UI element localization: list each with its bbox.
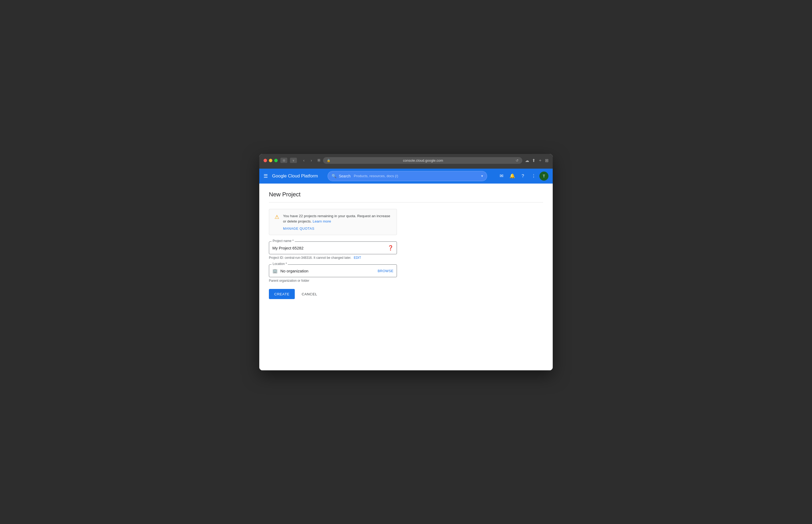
cloud-icon[interactable]: ☁	[525, 158, 529, 163]
quota-warning-box: ⚠ You have 22 projects remaining in your…	[269, 209, 397, 235]
traffic-lights	[264, 159, 278, 162]
warning-text: You have 22 projects remaining in your q…	[283, 213, 391, 224]
location-label: Location *	[271, 262, 288, 266]
shield-icon: ⛨	[317, 158, 321, 163]
gcp-logo: Google Cloud Platform	[272, 174, 318, 179]
search-label: Search	[339, 174, 350, 178]
back-button[interactable]: ‹	[301, 157, 307, 164]
mail-icon-button[interactable]: ✉	[497, 171, 506, 181]
avatar[interactable]: T	[540, 171, 548, 181]
button-row: CREATE CANCEL	[269, 289, 543, 299]
window-menu-button[interactable]: ∨	[290, 158, 297, 163]
organization-icon: 🏢	[272, 268, 278, 274]
help-icon[interactable]: ❓	[387, 245, 394, 251]
create-button[interactable]: CREATE	[269, 289, 295, 299]
project-id-hint: Project ID: central-run-348316. It canno…	[269, 256, 543, 260]
minimize-traffic-light[interactable]	[269, 159, 272, 162]
learn-more-link[interactable]: Learn more	[313, 219, 331, 223]
new-tab-icon[interactable]: ＋	[538, 158, 542, 163]
manage-quotas-link[interactable]: MANAGE QUOTAS	[283, 227, 391, 230]
page-title: New Project	[269, 191, 543, 202]
project-name-input[interactable]	[272, 246, 387, 250]
notifications-icon-button[interactable]: 🔔	[507, 171, 517, 181]
location-field: Location * 🏢 No organization BROWSE	[269, 264, 397, 277]
grid-icon[interactable]: ⊞	[545, 158, 548, 163]
warning-content: You have 22 projects remaining in your q…	[283, 213, 391, 231]
sidebar-toggle-button[interactable]: ⊟	[280, 158, 287, 163]
maximize-traffic-light[interactable]	[274, 159, 278, 162]
browse-link[interactable]: BROWSE	[378, 269, 394, 273]
main-content: New Project ⚠ You have 22 projects remai…	[259, 183, 553, 370]
location-value: No organization	[280, 269, 378, 273]
browser-window: ⊟ ∨ ‹ › ⛨ 🔒 console.cloud.google.com ↺ ☁…	[259, 154, 553, 370]
address-bar-row: ⛨ 🔒 console.cloud.google.com ↺	[317, 157, 522, 164]
share-icon[interactable]: ⬆	[532, 158, 535, 163]
browser-chrome: ⊟ ∨ ‹ › ⛨ 🔒 console.cloud.google.com ↺ ☁…	[259, 154, 553, 169]
edit-project-id-link[interactable]: EDIT	[354, 256, 361, 260]
header-right: ✉ 🔔 ? ⋮ T	[497, 171, 548, 181]
tab-bar	[264, 166, 548, 169]
address-bar[interactable]: 🔒 console.cloud.google.com ↺	[323, 157, 522, 164]
reload-icon[interactable]: ↺	[516, 159, 518, 163]
url-text: console.cloud.google.com	[332, 159, 514, 163]
cancel-button[interactable]: CANCEL	[298, 289, 321, 299]
location-hint: Parent organization or folder	[269, 279, 543, 282]
search-icon: 🔍	[332, 174, 337, 179]
help-icon-button[interactable]: ?	[518, 171, 528, 181]
more-options-icon-button[interactable]: ⋮	[529, 171, 538, 181]
search-placeholder: Products, resources, docs (/)	[354, 174, 398, 178]
close-traffic-light[interactable]	[264, 159, 267, 162]
search-bar[interactable]: 🔍 Search Products, resources, docs (/) ▾	[328, 171, 487, 181]
project-name-input-wrapper[interactable]: ❓	[269, 242, 397, 254]
project-name-label: Project name *	[271, 239, 295, 243]
hamburger-menu-icon[interactable]: ☰	[264, 173, 268, 179]
project-name-field: Project name * ❓	[269, 242, 397, 254]
warning-icon: ⚠	[275, 214, 279, 231]
location-input-wrapper[interactable]: 🏢 No organization BROWSE	[269, 264, 397, 277]
lock-icon: 🔒	[327, 159, 331, 162]
gcp-header: ☰ Google Cloud Platform 🔍 Search Product…	[259, 169, 553, 183]
forward-button[interactable]: ›	[308, 157, 315, 164]
nav-arrows: ‹ ›	[301, 157, 315, 164]
search-dropdown-icon[interactable]: ▾	[481, 174, 483, 178]
browser-right-icons: ☁ ⬆ ＋ ⊞	[525, 158, 548, 163]
